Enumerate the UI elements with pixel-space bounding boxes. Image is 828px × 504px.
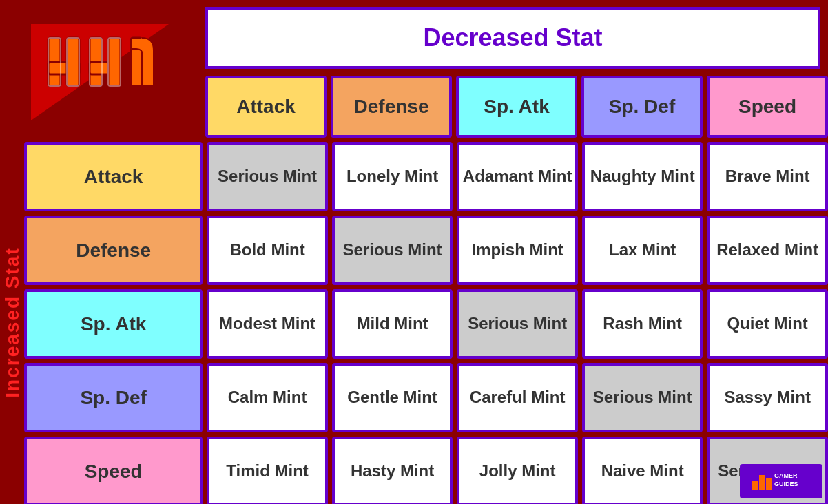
svg-rect-16 bbox=[766, 478, 772, 490]
main-container: Decreased Stat Increased Stat Attack Def… bbox=[0, 0, 828, 504]
increased-stat-label: Increased Stat bbox=[1, 246, 23, 397]
svg-rect-15 bbox=[759, 475, 765, 490]
cell-spdef-defense: Gentle Mint bbox=[332, 363, 453, 432]
col-header-speed: Speed bbox=[707, 76, 828, 138]
cell-attack-spdef: Naughty Mint bbox=[582, 142, 703, 211]
row-spatk: Sp. Atk Modest Mint Mild Mint Serious Mi… bbox=[24, 289, 828, 359]
decreased-stat-label: Decreased Stat bbox=[423, 23, 602, 52]
svg-rect-14 bbox=[752, 481, 758, 490]
col-header-spatk: Sp. Atk bbox=[456, 76, 577, 138]
grid-container: Attack Defense Sp. Atk Sp. Def Speed Att… bbox=[24, 76, 828, 504]
cell-defense-defense: Serious Mint bbox=[332, 216, 453, 285]
row-spdef: Sp. Def Calm Mint Gentle Mint Careful Mi… bbox=[24, 363, 828, 432]
cell-attack-attack: Serious Mint bbox=[207, 142, 328, 211]
row-header-spdef: Sp. Def bbox=[24, 363, 203, 432]
cell-attack-speed: Brave Mint bbox=[707, 142, 828, 211]
gamer-guides-branding: GAMER GUIDES bbox=[740, 464, 822, 498]
gamer-guides-label: GAMER GUIDES bbox=[747, 467, 816, 496]
cell-spatk-defense: Mild Mint bbox=[332, 289, 453, 359]
row-speed: Speed Timid Mint Hasty Mint Jolly Mint N… bbox=[24, 437, 828, 504]
cell-spatk-speed: Quiet Mint bbox=[707, 289, 828, 359]
row-defense: Defense Bold Mint Serious Mint Impish Mi… bbox=[24, 216, 828, 285]
cell-speed-spatk: Jolly Mint bbox=[457, 437, 578, 504]
cell-attack-defense: Lonely Mint bbox=[332, 142, 453, 211]
decreased-stat-header: Decreased Stat bbox=[205, 7, 820, 69]
row-attack: Attack Serious Mint Lonely Mint Adamant … bbox=[24, 142, 828, 211]
cell-spdef-speed: Sassy Mint bbox=[707, 363, 828, 432]
cell-speed-defense: Hasty Mint bbox=[332, 437, 453, 504]
cell-spatk-spdef: Rash Mint bbox=[582, 289, 703, 359]
row-header-spatk: Sp. Atk bbox=[24, 289, 203, 359]
column-headers: Attack Defense Sp. Atk Sp. Def Speed bbox=[205, 76, 828, 138]
data-rows: Attack Serious Mint Lonely Mint Adamant … bbox=[24, 142, 828, 504]
svg-text:GUIDES: GUIDES bbox=[774, 481, 798, 487]
increased-stat-label-container: Increased Stat bbox=[0, 148, 24, 496]
col-header-attack: Attack bbox=[205, 76, 327, 138]
cell-spdef-attack: Calm Mint bbox=[207, 363, 328, 432]
cell-spatk-attack: Modest Mint bbox=[207, 289, 328, 359]
cell-speed-spdef: Naive Mint bbox=[582, 437, 703, 504]
cell-attack-spatk: Adamant Mint bbox=[457, 142, 578, 211]
cell-defense-spatk: Impish Mint bbox=[457, 216, 578, 285]
col-header-spdef: Sp. Def bbox=[581, 76, 703, 138]
row-header-attack: Attack bbox=[24, 142, 203, 211]
row-header-speed: Speed bbox=[24, 437, 203, 504]
cell-spdef-spatk: Careful Mint bbox=[457, 363, 578, 432]
svg-text:GAMER: GAMER bbox=[774, 472, 798, 479]
col-header-defense: Defense bbox=[331, 76, 452, 138]
cell-speed-attack: Timid Mint bbox=[207, 437, 328, 504]
cell-spdef-spdef: Serious Mint bbox=[582, 363, 703, 432]
cell-defense-attack: Bold Mint bbox=[207, 216, 328, 285]
row-header-defense: Defense bbox=[24, 216, 203, 285]
cell-defense-speed: Relaxed Mint bbox=[707, 216, 828, 285]
cell-spatk-spatk: Serious Mint bbox=[457, 289, 578, 359]
cell-defense-spdef: Lax Mint bbox=[582, 216, 703, 285]
